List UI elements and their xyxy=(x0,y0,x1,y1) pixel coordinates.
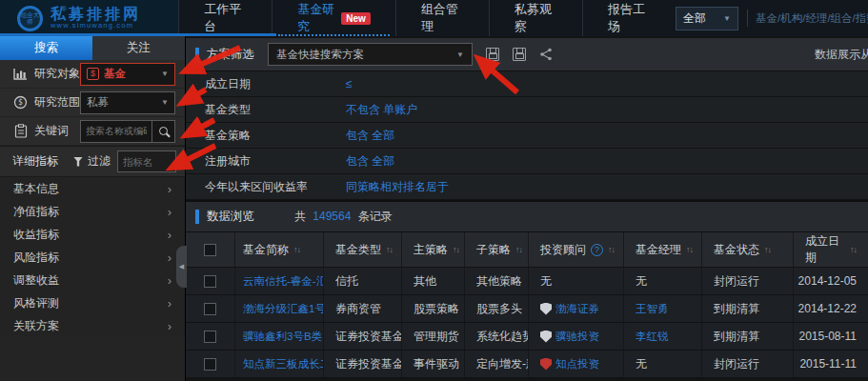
filter-label: 基金策略 xyxy=(186,128,346,144)
menu-item-return-indicators[interactable]: 收益指标› xyxy=(0,223,185,246)
sidebar-collapse-handle[interactable]: ◀ xyxy=(176,246,187,288)
filter-row: 基金类型 不包含 单账户 xyxy=(186,97,868,123)
advisor-link[interactable]: 骥驰投资 xyxy=(555,330,599,344)
sort-icon[interactable] xyxy=(293,245,300,254)
filter-label: 基金类型 xyxy=(186,102,346,118)
save-as-plan-button[interactable] xyxy=(513,48,526,61)
save-icon xyxy=(486,48,499,61)
strategy-cell: 事件驱动 xyxy=(402,351,465,377)
chevron-right-icon: › xyxy=(168,206,172,218)
menu-item-style-evaluation[interactable]: 风格评测› xyxy=(0,291,185,314)
main-content: 方案筛选 基金快捷搜索方案 ▼ 数据展示 从 成立日期 ≤ xyxy=(186,36,868,381)
shield-icon xyxy=(540,358,552,371)
sort-icon[interactable] xyxy=(764,245,771,254)
date-cell: 2014-12-22 xyxy=(794,295,868,322)
sort-icon[interactable] xyxy=(515,245,522,254)
filter-row: 注册城市 包含 全部 xyxy=(186,149,868,174)
strategy-cell: 股票策略 xyxy=(402,295,465,322)
menu-item-nav-indicators[interactable]: 净值指标› xyxy=(0,200,185,223)
share-plan-button[interactable] xyxy=(539,48,553,61)
tab-follow[interactable]: 关注 xyxy=(92,36,185,60)
column-header: 基金经理 xyxy=(636,242,681,258)
sort-icon[interactable] xyxy=(850,245,857,254)
menu-item-basic-info[interactable]: 基本信息› xyxy=(0,177,185,200)
main-nav: 工作平台 基金研究 New 组合管理 私募观察 报告工场 xyxy=(178,0,676,36)
tab-search[interactable]: 搜索 xyxy=(0,36,92,60)
table-row[interactable]: 渤海分级汇鑫1号B 券商资管 股票策略 股票多头 渤海证券 王智勇 到期清算 2… xyxy=(186,295,868,323)
nav-item-fund-research[interactable]: 基金研究 New xyxy=(272,0,395,36)
data-browse-bar: 数据浏览 共 149564 条记录 xyxy=(186,202,868,232)
sort-icon[interactable] xyxy=(608,245,615,254)
nav-item-portfolio[interactable]: 组合管理 xyxy=(395,0,489,36)
sub-strategy-cell: 定向增发-新.. xyxy=(465,351,529,377)
record-count: 149564 xyxy=(313,210,351,223)
advisor-link[interactable]: 渤海证券 xyxy=(555,302,599,316)
row-checkbox[interactable] xyxy=(204,275,216,288)
chevron-right-icon: › xyxy=(168,183,172,195)
search-button[interactable] xyxy=(151,121,174,142)
indicator-filter-input[interactable] xyxy=(117,150,176,172)
clipboard-icon xyxy=(12,124,29,138)
filter-value-link[interactable]: 不包含 单账户 xyxy=(346,102,417,118)
filter-value-link[interactable]: 包含 全部 xyxy=(346,128,394,144)
advisor-link[interactable]: 知点投资 xyxy=(555,357,599,371)
fund-name-link[interactable]: 云南信托-睿金-汇.. xyxy=(243,274,324,289)
nav-item-observe[interactable]: 私募观察 xyxy=(489,0,582,36)
menu-item-adjusted-return[interactable]: 调整收益› xyxy=(0,269,185,291)
table-row[interactable]: 骥驰鑫利3号B类 证券投资基金 管理期货 系统化趋势 骥驰投资 李红锐 到期清算… xyxy=(186,323,868,351)
brand-subtitle: www.simuwang.com xyxy=(50,22,141,30)
manager-link[interactable]: 王智勇 xyxy=(636,302,669,316)
column-header: 基金简称 xyxy=(243,242,289,258)
clipped-text: 从 xyxy=(860,47,868,63)
manager-link[interactable]: 李红锐 xyxy=(636,330,669,344)
chevron-right-icon: › xyxy=(168,274,172,287)
filter-value-link[interactable]: 包含 全部 xyxy=(346,153,394,170)
indicator-menu: 基本信息› 净值指标› 收益指标› 风险指标› 调整收益› 风格评测› xyxy=(0,177,185,337)
global-search-input[interactable] xyxy=(756,7,868,30)
nav-item-workbench[interactable]: 工作平台 xyxy=(178,0,272,36)
menu-item-related-plans[interactable]: 关联方案› xyxy=(0,314,185,337)
keyword-search-input[interactable] xyxy=(81,121,151,142)
data-display-label[interactable]: 数据展示 xyxy=(815,47,860,63)
strategy-cell: 其他 xyxy=(402,268,465,294)
search-scope-select[interactable]: 全部 ▼ xyxy=(676,7,738,30)
row-checkbox[interactable] xyxy=(204,303,216,315)
filter-value-link[interactable]: ≤ xyxy=(346,77,353,90)
plan-select[interactable]: 基金快捷搜索方案 ▼ xyxy=(268,43,473,66)
sub-strategy-cell: 系统化趋势 xyxy=(465,323,529,350)
svg-text:$: $ xyxy=(18,98,23,107)
table-row[interactable]: 知点新三板成长二号 证券投资基金 事件驱动 定向增发-新.. 知点投资 无 封闭… xyxy=(186,351,868,378)
date-cell: 2014-12-05 xyxy=(794,268,868,294)
fund-name-link[interactable]: 知点新三板成长二号 xyxy=(243,357,324,371)
select-all-checkbox[interactable] xyxy=(204,244,216,256)
logo-circle-icon: 组合大师 ® xyxy=(17,6,43,31)
new-badge: New xyxy=(341,12,371,25)
strategy-cell: 管理期货 xyxy=(402,323,465,350)
research-scope-select[interactable]: 私募 ▼ xyxy=(80,91,175,114)
save-as-icon xyxy=(513,48,526,61)
filter-value-link[interactable]: 同策略相对排名居于 xyxy=(346,179,449,195)
sub-strategy-cell: 其他策略 xyxy=(465,268,529,294)
table-row[interactable]: 云南信托-睿金-汇.. 信托 其他 其他策略 无 无 封闭运行 2014-12-… xyxy=(186,268,868,295)
fund-name-link[interactable]: 骥驰鑫利3号B类 xyxy=(243,330,322,344)
filter-row: 基金策略 包含 全部 xyxy=(186,123,868,149)
data-browse-title: 数据浏览 xyxy=(207,209,254,225)
help-icon[interactable]: ? xyxy=(591,244,603,256)
sort-icon[interactable] xyxy=(686,245,693,254)
bar-chart-icon xyxy=(12,68,29,81)
accent-marker xyxy=(195,210,199,224)
status-cell: 到期清算 xyxy=(702,323,794,350)
divider xyxy=(747,10,748,27)
row-checkbox[interactable] xyxy=(204,358,216,371)
share-icon xyxy=(539,48,553,61)
filter-row: 成立日期 ≤ xyxy=(186,71,868,97)
sort-icon[interactable] xyxy=(453,245,459,254)
research-object-select[interactable]: $ 基金 ▼ xyxy=(80,63,175,86)
nav-item-report[interactable]: 报告工场 xyxy=(582,0,676,36)
row-checkbox[interactable] xyxy=(204,331,216,343)
brand-logo[interactable]: 组合大师 ® 私募排排网 www.simuwang.com xyxy=(0,0,178,36)
fund-name-link[interactable]: 渤海分级汇鑫1号B xyxy=(243,302,324,316)
menu-item-risk-indicators[interactable]: 风险指标› xyxy=(0,246,185,269)
save-plan-button[interactable] xyxy=(486,48,499,61)
sort-icon[interactable] xyxy=(386,245,393,254)
